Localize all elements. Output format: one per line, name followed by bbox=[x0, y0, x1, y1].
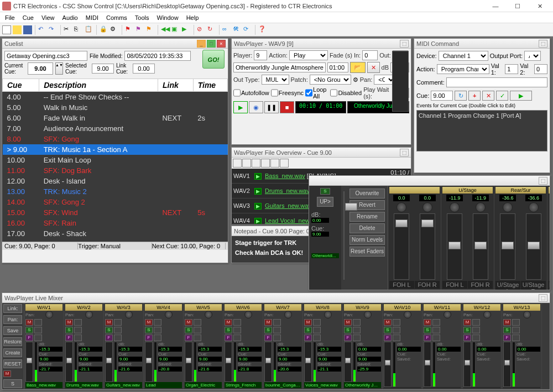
mixer2-close-button[interactable]: ⬚ bbox=[539, 177, 547, 185]
cue-row[interactable]: 5.00Walk in Music bbox=[3, 102, 228, 113]
btn[interactable] bbox=[273, 334, 281, 341]
undo-icon[interactable]: ↶ bbox=[38, 25, 47, 34]
pan-knob[interactable] bbox=[404, 311, 411, 318]
flag-red-icon[interactable]: ⚑ bbox=[125, 25, 134, 34]
mute-button[interactable]: M bbox=[25, 319, 33, 326]
menu-help[interactable]: Help bbox=[182, 14, 203, 21]
midi-val2-input[interactable] bbox=[534, 64, 547, 74]
solo-button[interactable]: S bbox=[304, 327, 312, 333]
current-cue-input[interactable] bbox=[28, 62, 53, 75]
reload-icon[interactable]: ↻ bbox=[207, 25, 216, 34]
pan-knob[interactable] bbox=[85, 311, 93, 318]
wav-del-button[interactable]: ✕ bbox=[367, 62, 380, 73]
btn[interactable] bbox=[34, 319, 42, 326]
midi-action-select[interactable]: Program Change bbox=[437, 64, 489, 74]
fx-button[interactable]: F bbox=[185, 334, 192, 341]
btn[interactable] bbox=[34, 327, 42, 333]
current-cue-stepper[interactable]: ▲▼ bbox=[55, 62, 63, 75]
mute-button[interactable]: M bbox=[225, 319, 232, 326]
solo-button[interactable]: S bbox=[424, 327, 431, 333]
cut-icon[interactable]: ✂ bbox=[64, 25, 72, 34]
lm-side-s[interactable]: S bbox=[3, 379, 22, 388]
cue-col[interactable]: Link bbox=[158, 79, 193, 92]
btn[interactable] bbox=[233, 327, 241, 333]
fo-btn1[interactable] bbox=[233, 159, 242, 168]
cue-row[interactable]: 14.00SFX: Gong 2 bbox=[3, 197, 228, 207]
mute-button[interactable]: M bbox=[264, 319, 272, 326]
midi-val1-input[interactable] bbox=[505, 64, 518, 74]
lm-side-create[interactable]: Create bbox=[3, 348, 22, 357]
player-num-input[interactable] bbox=[254, 50, 267, 60]
mute-button[interactable]: M bbox=[185, 319, 192, 326]
midi-port-select[interactable]: A bbox=[524, 51, 541, 61]
btn[interactable] bbox=[154, 319, 161, 326]
lm-side-reset[interactable]: RESET bbox=[3, 359, 22, 368]
btn[interactable] bbox=[74, 327, 82, 333]
btn[interactable] bbox=[194, 334, 201, 341]
lm-side-link[interactable]: Link: bbox=[3, 304, 22, 313]
cue-row[interactable]: 13.00TRK: Music 2 bbox=[3, 186, 228, 197]
midi-cue-input[interactable] bbox=[431, 91, 453, 101]
btn[interactable] bbox=[472, 319, 480, 326]
mute-button[interactable]: M bbox=[65, 319, 73, 326]
pan-knob[interactable] bbox=[483, 311, 491, 318]
menu-audio[interactable]: Audio bbox=[59, 14, 82, 21]
solo-button[interactable]: S bbox=[463, 327, 471, 333]
menu-comms[interactable]: Comms bbox=[102, 14, 131, 21]
fx-button[interactable]: F bbox=[105, 334, 113, 341]
pan-knob[interactable] bbox=[205, 311, 212, 318]
cue-row[interactable]: 17.00Desk - Shack bbox=[3, 228, 228, 239]
solo-button[interactable]: S bbox=[225, 327, 232, 333]
cue-row[interactable]: 9.00TRK: Music 1a - Section A bbox=[3, 144, 228, 155]
link-cue-input[interactable] bbox=[133, 64, 155, 74]
stop-button[interactable]: ■ bbox=[280, 101, 294, 113]
btn[interactable] bbox=[233, 319, 241, 326]
fader[interactable] bbox=[463, 342, 471, 387]
midi-comment-input[interactable] bbox=[446, 77, 547, 87]
btn[interactable] bbox=[74, 319, 82, 326]
btn[interactable] bbox=[512, 334, 520, 341]
pan-knob[interactable] bbox=[45, 311, 53, 318]
cuelist-min-button[interactable]: _ bbox=[197, 40, 206, 48]
fx-button[interactable]: F bbox=[344, 334, 352, 341]
btn[interactable] bbox=[273, 319, 281, 326]
lm-side-restore[interactable]: Restore bbox=[3, 337, 22, 346]
menu-view[interactable]: View bbox=[38, 14, 59, 21]
pan-knob[interactable] bbox=[244, 311, 252, 318]
menu-tools[interactable]: Tools bbox=[131, 14, 153, 21]
mute-button[interactable]: M bbox=[105, 319, 113, 326]
help-icon[interactable]: ❓ bbox=[258, 25, 267, 34]
fileov-close-button[interactable]: ⬚ bbox=[400, 149, 409, 156]
pan-knob[interactable] bbox=[284, 311, 292, 318]
prev-icon[interactable]: ◀◀ bbox=[161, 25, 170, 34]
fx-button[interactable]: F bbox=[264, 334, 272, 341]
selected-cue-input[interactable] bbox=[92, 64, 114, 74]
solo-button[interactable]: S bbox=[503, 327, 511, 333]
wav-start-input[interactable] bbox=[327, 62, 348, 72]
cue-row[interactable]: 8.00SFX: Gong bbox=[3, 134, 228, 144]
btn[interactable] bbox=[34, 334, 42, 341]
mx2-main-fader[interactable] bbox=[343, 191, 345, 280]
fader[interactable] bbox=[473, 213, 488, 280]
pan-knob[interactable] bbox=[503, 202, 513, 212]
btn[interactable] bbox=[273, 327, 281, 333]
btn[interactable] bbox=[353, 334, 361, 341]
cue-col[interactable]: Time bbox=[193, 79, 227, 92]
cue-row[interactable]: 4.00-- End Pre Show Checks -- bbox=[3, 92, 228, 103]
new-icon[interactable] bbox=[2, 25, 11, 34]
play-button[interactable]: ▶ bbox=[233, 101, 248, 113]
midi-add-button[interactable]: + bbox=[468, 91, 481, 101]
solo-button[interactable]: S bbox=[105, 327, 113, 333]
mx2-solo[interactable]: S bbox=[320, 188, 330, 195]
fx-button[interactable]: F bbox=[145, 334, 153, 341]
fx-button[interactable]: F bbox=[503, 334, 511, 341]
link-icon[interactable]: ∞ bbox=[222, 25, 231, 34]
menu-cue[interactable]: Cue bbox=[19, 14, 38, 21]
pan-knob[interactable] bbox=[125, 311, 133, 318]
cue-row[interactable]: 6.00Fade Walk inNEXT2s bbox=[3, 113, 228, 123]
midi-events-list[interactable]: Channel 1 Program Change 1 [Port A] bbox=[416, 110, 547, 151]
mx2-norm-levels-button[interactable]: Norm Levels bbox=[349, 235, 385, 245]
solo-button[interactable]: S bbox=[384, 327, 392, 333]
menu-midi[interactable]: MIDI bbox=[82, 14, 102, 21]
btn[interactable] bbox=[432, 319, 440, 326]
